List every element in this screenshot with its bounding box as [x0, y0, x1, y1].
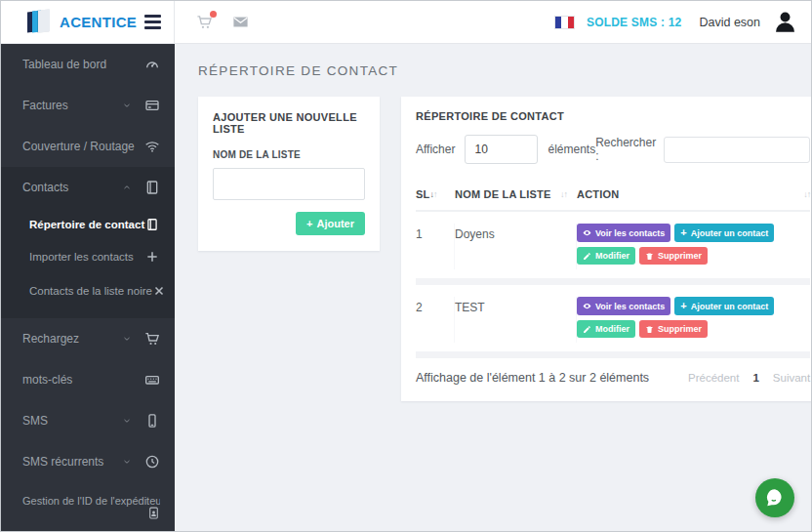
cart-icon [144, 331, 160, 347]
sidebar-item-factures[interactable]: Factures [1, 85, 175, 126]
sort-icon-name[interactable]: ↓↑ [560, 189, 567, 199]
header-right: SOLDE SMS : 12 David eson [554, 9, 811, 35]
column-header-name[interactable]: NOM DE LA LISTE ↓↑ [455, 188, 577, 200]
sms-balance[interactable]: SOLDE SMS : 12 [587, 16, 682, 29]
add-contact-button[interactable]: + Ajouter un contact [674, 297, 774, 315]
wifi-icon [144, 139, 160, 154]
sort-icon-action[interactable]: ↓↑ [803, 189, 810, 199]
id-badge-icon [147, 507, 160, 519]
sidebar-item-mots-cles[interactable]: mots-clés [1, 359, 175, 400]
plus-icon: + [306, 219, 312, 229]
pagination-previous[interactable]: Précédent [688, 372, 739, 384]
sidebar-item-contacts[interactable]: Contacts [1, 167, 175, 208]
row-sl: 1 [416, 224, 455, 269]
address-book-icon [144, 180, 160, 195]
add-list-card: AJOUTER UNE NOUVELLE LISTE NOM DE LA LIS… [198, 97, 380, 251]
delete-list-button[interactable]: Supprimer [639, 320, 708, 338]
plus-icon: + [680, 301, 686, 311]
table-footer: Affichage de l'élément 1 à 2 sur 2 éléme… [416, 358, 810, 389]
page-title: RÉPERTOIRE DE CONTACT [198, 63, 790, 78]
french-flag-icon[interactable] [554, 16, 575, 29]
edit-list-button[interactable]: Modifier [577, 247, 635, 265]
brand-zone: ACENTICE [1, 1, 175, 43]
times-icon [152, 284, 166, 298]
edit-icon [583, 252, 591, 261]
edit-icon [583, 325, 591, 334]
pagination-page-1[interactable]: 1 [752, 372, 758, 384]
length-label-suffix: éléments [548, 143, 595, 156]
table-row: 1 Doyens Voir les contacts + Ajouter un … [416, 212, 810, 285]
chevron-down-icon [122, 334, 132, 344]
add-contact-button[interactable]: + Ajouter un contact [674, 224, 774, 242]
search-input[interactable] [664, 137, 810, 163]
user-avatar-icon[interactable] [772, 9, 798, 35]
length-label-prefix: Afficher [416, 143, 455, 156]
plus-icon: + [680, 227, 686, 238]
sidebar-item-gestion-id-expediteur[interactable]: Gestion de l'ID de l'expéditeur [1, 482, 175, 528]
add-list-button[interactable]: + Ajouter [296, 212, 365, 235]
sidebar-item-contacts-liste-noire[interactable]: Contacts de la liste noire [1, 272, 175, 309]
delete-list-button[interactable]: Supprimer [639, 247, 708, 265]
row-list-name: TEST [455, 297, 577, 343]
envelope-icon[interactable] [232, 14, 249, 30]
pagination-next[interactable]: Suivant [773, 372, 810, 384]
trash-icon [645, 325, 654, 334]
brand-name[interactable]: ACENTICE [60, 14, 137, 30]
sort-icon-sl[interactable]: ↓↑ [429, 189, 436, 199]
column-header-sl[interactable]: SL ↓↑ [416, 188, 455, 200]
column-header-action[interactable]: ACTION ↓↑ [577, 188, 810, 200]
chat-widget-button[interactable] [755, 478, 794, 517]
credit-card-icon [144, 98, 160, 113]
gauge-icon [144, 57, 160, 72]
sidebar: Tableau de bord Factures Couverture / Ro… [1, 44, 175, 531]
chevron-up-icon [122, 183, 132, 192]
table-header-row: SL ↓↑ NOM DE LA LISTE ↓↑ ACTION ↓↑ [416, 181, 810, 212]
plus-icon [145, 250, 159, 264]
chat-bubble-icon [764, 487, 786, 509]
keyboard-icon [144, 372, 160, 388]
header-icons [196, 14, 249, 30]
search-label: Rechercher : [595, 136, 656, 163]
table-row: 2 TEST Voir les contacts + Ajouter un co… [416, 285, 810, 358]
add-list-card-title: AJOUTER UNE NOUVELLE LISTE [213, 111, 365, 135]
app-window: ACENTICE SOLDE SMS : 12 David eson Table… [0, 0, 812, 532]
pagination: Précédent 1 Suivant [688, 372, 810, 384]
table-card-title: RÉPERTOIRE DE CONTACT [416, 110, 810, 122]
edit-list-button[interactable]: Modifier [577, 320, 635, 338]
list-name-label: NOM DE LA LISTE [213, 149, 365, 160]
sidebar-group-contacts: Contacts Répertoire de contact Importer … [1, 167, 175, 318]
clock-icon [144, 454, 160, 470]
top-header: ACENTICE SOLDE SMS : 12 David eson [1, 1, 811, 44]
contact-directory-card: RÉPERTOIRE DE CONTACT Afficher éléments … [401, 97, 812, 401]
chevron-down-icon [122, 457, 132, 467]
trash-icon [645, 252, 654, 261]
list-name-input[interactable] [213, 168, 365, 200]
sidebar-item-rechargez[interactable]: Rechargez [1, 318, 175, 359]
cart-notification-dot [210, 11, 217, 18]
page-length-select[interactable] [465, 135, 538, 164]
hamburger-menu-icon[interactable] [144, 12, 161, 32]
brand-logo-icon [27, 9, 51, 35]
sidebar-item-tableau-de-bord[interactable]: Tableau de bord [1, 44, 175, 85]
sidebar-item-sms[interactable]: SMS [1, 400, 175, 441]
eye-icon [583, 302, 591, 310]
table-controls: Afficher éléments Rechercher : [416, 135, 810, 164]
table-info: Affichage de l'élément 1 à 2 sur 2 éléme… [416, 371, 649, 385]
user-name[interactable]: David eson [699, 16, 760, 29]
chevron-down-icon [122, 101, 132, 110]
sidebar-item-importer-les-contacts[interactable]: Importer les contacts [1, 240, 175, 272]
main-content: RÉPERTOIRE DE CONTACT AJOUTER UNE NOUVEL… [175, 44, 811, 531]
address-book-icon [145, 218, 159, 231]
chevron-down-icon [122, 416, 132, 426]
eye-icon [583, 228, 591, 237]
sidebar-item-couverture-routage[interactable]: Couverture / Routage [1, 126, 175, 167]
mobile-icon [144, 413, 160, 429]
cart-icon[interactable] [196, 14, 213, 30]
row-list-name: Doyens [455, 224, 577, 269]
row-sl: 2 [416, 297, 455, 343]
sidebar-item-sms-recurrents[interactable]: SMS récurrents [1, 441, 175, 482]
view-contacts-button[interactable]: Voir les contacts [577, 297, 670, 315]
sidebar-item-repertoire-de-contact[interactable]: Répertoire de contact [1, 208, 175, 240]
view-contacts-button[interactable]: Voir les contacts [577, 224, 670, 242]
